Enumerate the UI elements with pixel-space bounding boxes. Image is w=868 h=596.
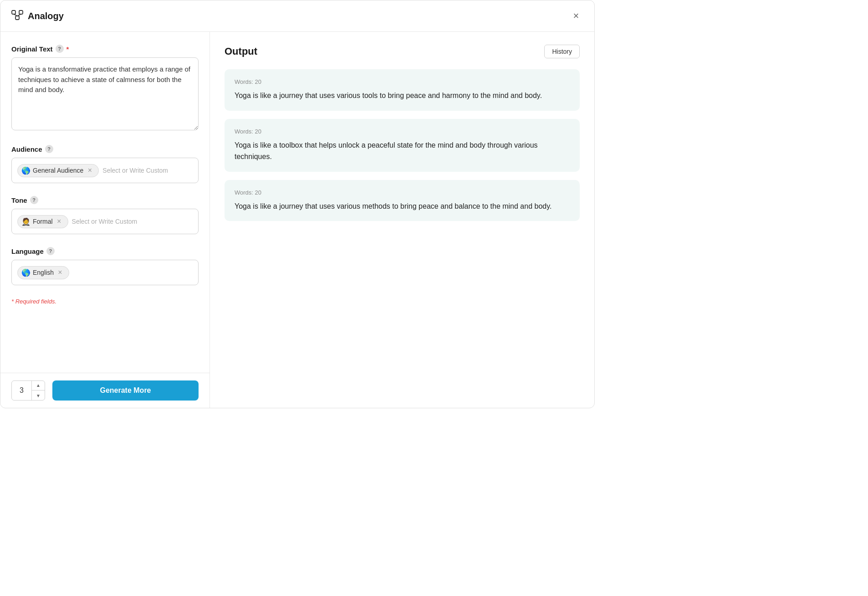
- original-text-group: Original Text ? * Yoga is a transformati…: [11, 45, 199, 132]
- language-tag-emoji: 🌎: [21, 268, 31, 277]
- history-button[interactable]: History: [544, 45, 580, 58]
- left-panel: Original Text ? * Yoga is a transformati…: [0, 32, 210, 408]
- required-note: * Required fields.: [11, 298, 199, 305]
- audience-label: Audience ?: [11, 145, 199, 153]
- language-help-icon[interactable]: ?: [46, 247, 55, 255]
- output-card-2: Words: 20 Yoga is like a toolbox that he…: [225, 119, 580, 172]
- tone-help-icon[interactable]: ?: [30, 196, 38, 204]
- audience-tag-remove[interactable]: ×: [86, 166, 94, 175]
- app-title: Analogy: [28, 11, 64, 21]
- svg-rect-2: [15, 16, 19, 20]
- language-tag-english: 🌎 English ×: [17, 266, 69, 279]
- required-star: *: [66, 45, 69, 53]
- word-count-3: Words: 20: [235, 189, 570, 196]
- svg-line-3: [14, 14, 17, 16]
- app-header: Analogy ×: [0, 0, 594, 32]
- tone-tag-remove[interactable]: ×: [55, 217, 63, 226]
- audience-placeholder: Select or Write Custom: [102, 167, 168, 174]
- tone-tag-label: Formal: [33, 218, 53, 225]
- language-tag-label: English: [33, 269, 54, 276]
- output-text-2: Yoga is like a toolbox that helps unlock…: [235, 139, 570, 163]
- right-panel: Output History Words: 20 Yoga is like a …: [210, 32, 594, 408]
- tone-tag-emoji: 🤵: [21, 217, 31, 226]
- left-footer: 3 ▲ ▼ Generate More: [0, 373, 209, 408]
- language-tag-remove[interactable]: ×: [56, 268, 64, 277]
- output-text-3: Yoga is like a journey that uses various…: [235, 200, 570, 212]
- main-content: Original Text ? * Yoga is a transformati…: [0, 32, 594, 408]
- generate-more-button[interactable]: Generate More: [52, 380, 199, 401]
- audience-tag-emoji: 🌎: [21, 166, 31, 175]
- tone-label: Tone ?: [11, 196, 199, 204]
- audience-tag-general: 🌎 General Audience ×: [17, 164, 99, 177]
- output-title: Output: [225, 46, 257, 57]
- original-text-label: Original Text ? *: [11, 45, 199, 53]
- count-stepper[interactable]: 3 ▲ ▼: [11, 380, 45, 401]
- audience-tag-input[interactable]: 🌎 General Audience × Select or Write Cus…: [11, 158, 199, 183]
- tone-group: Tone ? 🤵 Formal × Select or Write Custom: [11, 196, 199, 234]
- original-text-input[interactable]: Yoga is a transformative practice that e…: [11, 57, 199, 130]
- svg-rect-0: [12, 10, 15, 14]
- language-tag-input[interactable]: 🌎 English ×: [11, 260, 199, 285]
- stepper-up-button[interactable]: ▲: [32, 380, 45, 390]
- language-label: Language ?: [11, 247, 199, 255]
- audience-tag-label: General Audience: [33, 167, 83, 174]
- count-value: 3: [12, 380, 32, 401]
- tone-placeholder: Select or Write Custom: [72, 218, 138, 225]
- audience-group: Audience ? 🌎 General Audience × Select o…: [11, 145, 199, 183]
- audience-help-icon[interactable]: ?: [45, 145, 53, 153]
- stepper-down-button[interactable]: ▼: [32, 390, 45, 401]
- original-text-help-icon[interactable]: ?: [56, 45, 64, 53]
- svg-rect-1: [19, 10, 23, 14]
- output-card-1: Words: 20 Yoga is like a journey that us…: [225, 69, 580, 111]
- close-button[interactable]: ×: [569, 9, 583, 23]
- left-form: Original Text ? * Yoga is a transformati…: [0, 32, 209, 373]
- output-header: Output History: [225, 45, 580, 58]
- tone-tag-input[interactable]: 🤵 Formal × Select or Write Custom: [11, 209, 199, 234]
- stepper-buttons: ▲ ▼: [32, 380, 45, 401]
- svg-line-4: [17, 14, 21, 16]
- output-text-1: Yoga is like a journey that uses various…: [235, 90, 570, 102]
- word-count-2: Words: 20: [235, 128, 570, 135]
- word-count-1: Words: 20: [235, 78, 570, 85]
- tone-tag-formal: 🤵 Formal ×: [17, 215, 68, 228]
- analogy-icon: [11, 10, 23, 22]
- output-card-3: Words: 20 Yoga is like a journey that us…: [225, 180, 580, 221]
- language-group: Language ? 🌎 English ×: [11, 247, 199, 285]
- header-left: Analogy: [11, 10, 64, 22]
